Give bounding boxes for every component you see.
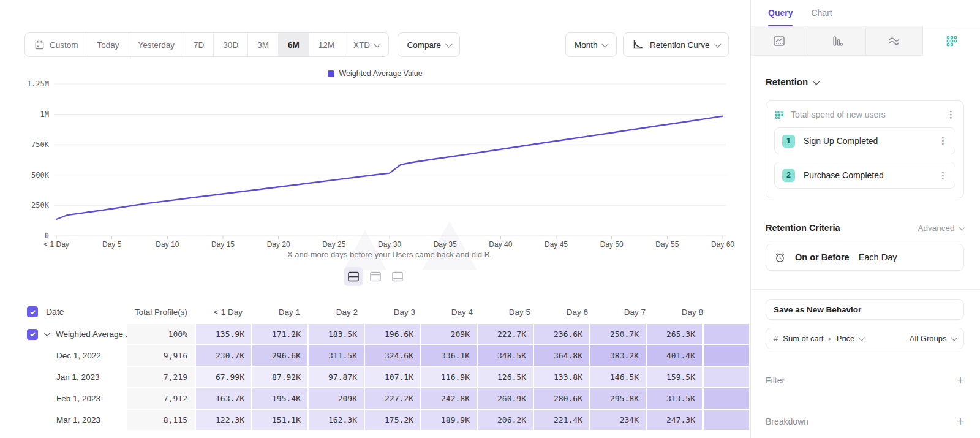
- retention-value-cell[interactable]: 67.99K: [196, 367, 251, 387]
- retention-value-cell[interactable]: 311.5K: [309, 345, 364, 366]
- behavior-card-header: Total spend of new users ⋮: [774, 109, 956, 120]
- range-yesterday[interactable]: Yesterday: [129, 33, 185, 56]
- table-row: Weighted Average ...100%135.9K171.2K183.…: [0, 323, 750, 345]
- kebab-menu-icon[interactable]: ⋮: [946, 109, 956, 120]
- retention-value-cell[interactable]: 383.2K: [590, 345, 646, 366]
- range-label: 30D: [223, 40, 238, 50]
- range-6m[interactable]: 6M: [279, 33, 309, 56]
- retention-value-cell[interactable]: 183.5K: [309, 324, 364, 344]
- select-all-checkbox[interactable]: [27, 306, 38, 317]
- retention-value-cell[interactable]: 189.9K: [421, 410, 477, 430]
- retention-value-cell[interactable]: 236.6K: [534, 324, 589, 344]
- range-custom[interactable]: Custom: [25, 33, 88, 56]
- row-label[interactable]: Feb 1, 2023: [56, 394, 100, 403]
- retention-value-cell[interactable]: 234K: [590, 410, 646, 430]
- chart-view-dropdown[interactable]: Retention Curve: [623, 32, 729, 57]
- retention-value-cell[interactable]: 364.8K: [534, 345, 589, 366]
- section-title-retention[interactable]: Retention: [766, 77, 964, 87]
- retention-value-cell[interactable]: 126.5K: [478, 367, 533, 387]
- group-scope-dropdown[interactable]: All Groups: [910, 334, 956, 343]
- line-chart-canvas[interactable]: 0250K500K750K1M1.25M< 1 DayDay 5Day 10Da…: [0, 64, 750, 270]
- tab-query-label: Query: [768, 8, 793, 18]
- retention-value-cell[interactable]: 222.7K: [478, 324, 533, 344]
- retention-value-cell[interactable]: 221.4K: [534, 410, 589, 430]
- retention-value-cell[interactable]: 209K: [309, 388, 364, 409]
- layout-toggle-table-only-icon[interactable]: [388, 267, 407, 286]
- report-tab-insights[interactable]: [751, 26, 809, 56]
- row-label[interactable]: Dec 1, 2022: [56, 351, 101, 360]
- range-today[interactable]: Today: [88, 33, 129, 56]
- retention-value-cell[interactable]: 206.2K: [478, 410, 533, 430]
- report-tab-retention[interactable]: [923, 26, 980, 56]
- range-30d[interactable]: 30D: [214, 33, 248, 56]
- clipped-day9-cell: [704, 410, 749, 430]
- kebab-menu-icon[interactable]: ⋮: [938, 170, 948, 181]
- retention-curve-line[interactable]: [56, 116, 723, 219]
- retention-value-cell[interactable]: 324.6K: [365, 345, 420, 366]
- retention-value-cell[interactable]: 196.6K: [365, 324, 420, 344]
- retention-value-cell[interactable]: 151.1K: [252, 410, 307, 430]
- x-axis-tick-label: Day 15: [211, 240, 235, 249]
- retention-value-cell[interactable]: 265.3K: [647, 324, 702, 344]
- compare-button[interactable]: Compare: [398, 32, 460, 57]
- row-label[interactable]: Mar 1, 2023: [56, 415, 100, 425]
- retention-value-cell[interactable]: 250.7K: [590, 324, 646, 344]
- tab-chart[interactable]: Chart: [811, 0, 832, 26]
- retention-value-cell[interactable]: 295.8K: [590, 388, 646, 409]
- row-label[interactable]: Weighted Average ...: [56, 330, 127, 339]
- layout-toggle-split-view-icon[interactable]: [344, 267, 363, 286]
- retention-value-cell[interactable]: 296.6K: [252, 345, 307, 366]
- behavior-step[interactable]: 1Sign Up Completed⋮: [774, 127, 956, 154]
- row-checkbox[interactable]: [27, 329, 38, 340]
- retention-value-cell[interactable]: 122.3K: [196, 410, 251, 430]
- x-axis-tick-label: Day 30: [378, 240, 401, 249]
- retention-value-cell[interactable]: 107.1K: [365, 367, 420, 387]
- retention-value-cell[interactable]: 146.5K: [590, 367, 646, 387]
- column-header-day: Day 8: [657, 308, 713, 317]
- retention-value-cell[interactable]: 116.9K: [421, 367, 477, 387]
- add-breakdown-button[interactable]: +: [957, 415, 964, 428]
- retention-value-cell[interactable]: 209K: [421, 324, 477, 344]
- report-tab-funnels[interactable]: [809, 26, 866, 56]
- criteria-mode-dropdown[interactable]: Advanced: [918, 224, 964, 233]
- retention-value-cell[interactable]: 401.4K: [647, 345, 702, 366]
- range-3m[interactable]: 3M: [248, 33, 279, 56]
- tab-query[interactable]: Query: [768, 0, 793, 26]
- retention-value-cell[interactable]: 280.6K: [534, 388, 589, 409]
- retention-value-cell[interactable]: 135.9K: [196, 324, 251, 344]
- retention-value-cell[interactable]: 227.2K: [365, 388, 420, 409]
- retention-value-cell[interactable]: 175.2K: [365, 410, 420, 430]
- granularity-dropdown[interactable]: Month: [565, 32, 617, 57]
- report-tab-flows[interactable]: [866, 26, 924, 56]
- range-7d[interactable]: 7D: [184, 33, 214, 56]
- retention-value-cell[interactable]: 171.2K: [252, 324, 307, 344]
- range-xtd[interactable]: XTD: [344, 33, 389, 56]
- add-filter-button[interactable]: +: [957, 374, 964, 387]
- row-label[interactable]: Jan 1, 2023: [56, 372, 100, 382]
- retention-value-cell[interactable]: 313.5K: [647, 388, 702, 409]
- retention-value-cell[interactable]: 336.1K: [421, 345, 477, 366]
- retention-value-cell[interactable]: 260.9K: [478, 388, 533, 409]
- criteria-condition-control[interactable]: On or Before Each Day: [766, 244, 964, 271]
- layout-toggle-chart-only-icon[interactable]: [366, 267, 385, 286]
- range-label: Today: [97, 40, 119, 50]
- behavior-steps: 1Sign Up Completed⋮2Purchase Completed⋮: [774, 127, 956, 189]
- retention-value-cell[interactable]: 133.8K: [534, 367, 589, 387]
- retention-value-cell[interactable]: 159.5K: [647, 367, 702, 387]
- retention-value-cell[interactable]: 97.87K: [309, 367, 364, 387]
- retention-value-cell[interactable]: 163.7K: [196, 388, 251, 409]
- range-12m[interactable]: 12M: [309, 33, 344, 56]
- x-axis-tick-label: Day 35: [434, 240, 457, 249]
- retention-value-cell[interactable]: 348.5K: [478, 345, 533, 366]
- retention-value-cell[interactable]: 230.7K: [196, 345, 251, 366]
- retention-value-cell[interactable]: 195.4K: [252, 388, 307, 409]
- retention-value-cell[interactable]: 162.3K: [309, 410, 364, 430]
- save-as-new-behavior-button[interactable]: Save as New Behavior: [766, 299, 964, 320]
- row-expander-chevron-icon[interactable]: [44, 330, 50, 336]
- retention-value-cell[interactable]: 247.3K: [647, 410, 702, 430]
- behavior-step[interactable]: 2Purchase Completed⋮: [774, 162, 956, 189]
- measure-property-control[interactable]: # Sum of cart ▸ Price All Groups: [766, 328, 964, 349]
- retention-value-cell[interactable]: 242.8K: [421, 388, 477, 409]
- retention-value-cell[interactable]: 87.92K: [252, 367, 307, 387]
- kebab-menu-icon[interactable]: ⋮: [938, 135, 948, 146]
